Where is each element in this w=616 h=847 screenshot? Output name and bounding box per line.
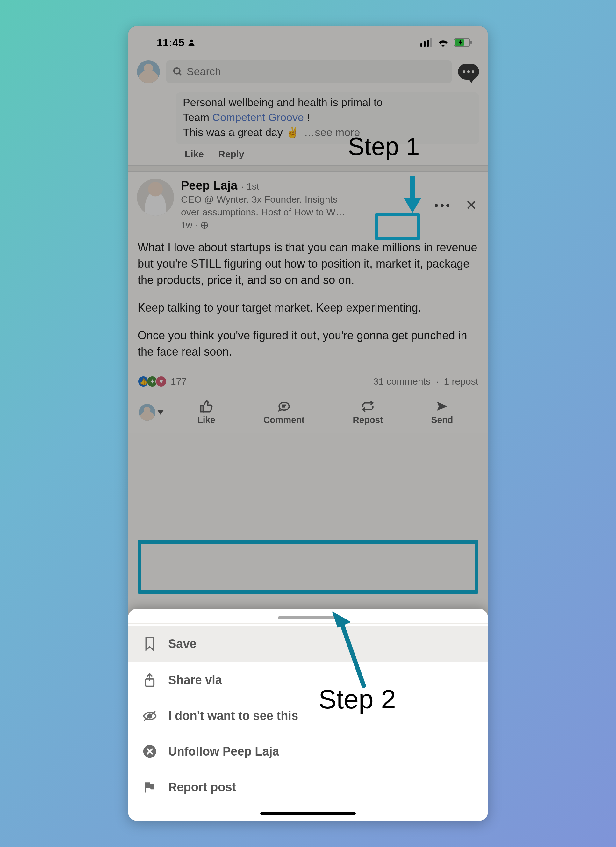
love-reaction-icon: ♥	[155, 376, 167, 387]
thumbs-up-icon	[199, 400, 214, 413]
search-input[interactable]: Search	[166, 60, 452, 83]
author-name[interactable]: Peep Laja	[181, 179, 237, 192]
status-bar: 11:45	[128, 26, 488, 54]
dot-separator: ·	[433, 376, 444, 387]
previous-comment: Personal wellbeing and health is primal …	[128, 89, 488, 165]
comment-line: !	[304, 111, 310, 123]
action-label: Repost	[353, 415, 383, 425]
comment-icon	[277, 400, 291, 413]
react-as-selector[interactable]	[139, 404, 173, 421]
svg-rect-1	[420, 43, 422, 47]
phone-frame: 11:45 Search Personal wellbeing and	[128, 26, 488, 821]
sheet-drag-handle[interactable]	[278, 616, 338, 620]
reactions-row: 👍 ✦ ♥ 177 31 comments · 1 repost	[137, 374, 479, 394]
flag-icon	[142, 780, 157, 794]
sheet-item-label: I don't want to see this	[168, 709, 298, 723]
feed-separator	[128, 165, 488, 172]
like-button[interactable]: Like	[197, 400, 215, 425]
divider	[128, 623, 488, 624]
post-timestamp: 1w ·	[181, 220, 197, 230]
sheet-item-label: Save	[168, 637, 196, 651]
reaction-count[interactable]: 👍 ✦ ♥ 177	[138, 376, 187, 387]
post-paragraph: Once you think you've figured it out, yo…	[138, 327, 478, 360]
person-icon	[187, 38, 196, 47]
action-label: Like	[197, 415, 215, 425]
comments-count[interactable]: 31 comments	[373, 376, 430, 387]
post-options-button[interactable]	[430, 201, 454, 210]
profile-avatar[interactable]	[137, 60, 160, 83]
mention-link[interactable]: Competent Groove	[212, 111, 304, 123]
author-headline: CEO @ Wynter. 3x Founder. Insights over …	[181, 193, 353, 219]
bookmark-icon	[142, 636, 157, 651]
post-body[interactable]: What I love about startups is that you c…	[137, 230, 479, 374]
repost-icon	[361, 400, 375, 413]
sheet-dont-see-item[interactable]: I don't want to see this	[128, 698, 488, 733]
comment-line: Team	[183, 111, 212, 123]
svg-line-9	[179, 73, 181, 75]
comment-like-button[interactable]: Like	[178, 149, 211, 159]
see-more-link[interactable]: …see more	[304, 126, 360, 138]
ellipsis-icon	[463, 71, 474, 73]
post-header: Peep Laja · 1st CEO @ Wynter. 3x Founder…	[137, 179, 479, 230]
chevron-down-icon	[157, 410, 164, 415]
messages-button[interactable]	[458, 64, 479, 80]
comment-line: This was a great day ✌️	[183, 126, 299, 138]
post-paragraph: Keep talking to your target market. Keep…	[138, 300, 478, 316]
post-action-bar: Like Comment Repost Send	[137, 394, 479, 426]
sheet-item-label: Report post	[168, 781, 236, 794]
close-circle-icon	[142, 744, 157, 758]
home-indicator[interactable]	[260, 812, 356, 815]
status-time: 11:45	[157, 36, 184, 49]
svg-rect-4	[430, 38, 432, 47]
reposts-count[interactable]: 1 repost	[444, 376, 478, 387]
svg-rect-7	[470, 41, 472, 44]
battery-icon	[454, 38, 472, 47]
sheet-item-label: Unfollow Peep Laja	[168, 745, 279, 758]
sheet-report-item[interactable]: Report post	[128, 769, 488, 805]
author-avatar[interactable]	[137, 179, 174, 216]
dismiss-post-button[interactable]: ✕	[463, 199, 479, 212]
svg-point-0	[190, 40, 193, 42]
self-avatar-tiny	[139, 404, 155, 421]
comment-button[interactable]: Comment	[264, 400, 305, 425]
wifi-icon	[437, 38, 449, 47]
share-icon	[142, 673, 157, 688]
svg-point-8	[174, 68, 180, 74]
sheet-unfollow-item[interactable]: Unfollow Peep Laja	[128, 733, 488, 769]
reaction-count-value: 177	[171, 376, 187, 387]
eye-off-icon	[142, 710, 157, 722]
svg-rect-3	[427, 40, 429, 47]
globe-icon	[201, 222, 208, 229]
sheet-save-item[interactable]: Save	[128, 626, 488, 662]
svg-rect-2	[424, 41, 426, 47]
svg-rect-10	[200, 406, 203, 412]
action-label: Send	[431, 415, 453, 425]
search-placeholder: Search	[187, 65, 221, 78]
post-paragraph: What I love about startups is that you c…	[138, 239, 478, 288]
action-sheet: Save Share via I don't want to see this …	[128, 609, 488, 821]
repost-button[interactable]: Repost	[353, 400, 383, 425]
comment-reply-button[interactable]: Reply	[211, 149, 251, 159]
action-label: Comment	[264, 415, 305, 425]
send-button[interactable]: Send	[431, 400, 453, 425]
comment-text[interactable]: Personal wellbeing and health is primal …	[176, 92, 479, 145]
search-icon	[172, 66, 183, 77]
send-icon	[435, 400, 449, 413]
sheet-item-label: Share via	[168, 673, 222, 687]
connection-degree: · 1st	[241, 181, 259, 192]
comment-actions: Like Reply	[176, 145, 479, 159]
feed-post: Peep Laja · 1st CEO @ Wynter. 3x Founder…	[128, 172, 488, 433]
cellular-icon	[420, 38, 433, 47]
sheet-share-item[interactable]: Share via	[128, 662, 488, 698]
comment-line: Personal wellbeing and health is primal …	[183, 96, 383, 108]
app-header: Search	[128, 54, 488, 89]
